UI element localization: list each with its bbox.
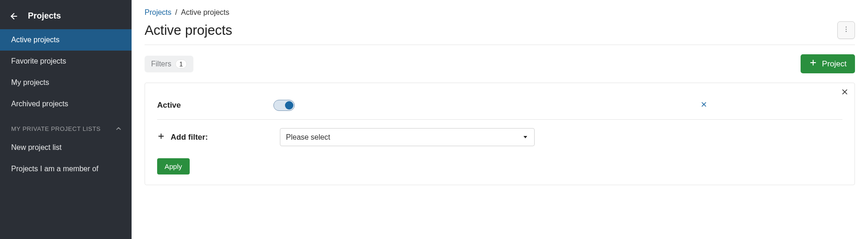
more-actions-button[interactable] xyxy=(837,21,855,39)
panel-body: Active Add filter xyxy=(145,83,855,185)
sidebar-item-favorite-projects[interactable]: Favorite projects xyxy=(0,51,132,72)
main-content: Projects / Active projects Active projec… xyxy=(132,0,868,239)
remove-icon xyxy=(700,102,708,110)
breadcrumb-separator: / xyxy=(175,8,177,17)
project-button-label: Project xyxy=(822,59,847,69)
add-filter-label-group: Add filter: xyxy=(157,132,273,142)
add-filter-text: Add filter: xyxy=(171,133,208,142)
svg-point-2 xyxy=(846,29,847,30)
kebab-icon xyxy=(842,26,850,35)
sidebar-header: Projects xyxy=(0,6,132,29)
breadcrumb-root-link[interactable]: Projects xyxy=(145,8,172,17)
sidebar: Projects Active projects Favorite projec… xyxy=(0,0,132,239)
filter-control-active xyxy=(273,100,700,111)
chevron-up-icon xyxy=(115,125,122,132)
filter-label-active: Active xyxy=(157,101,273,110)
page-title: Active projects xyxy=(145,23,232,38)
breadcrumb-current: Active projects xyxy=(181,8,229,17)
filter-select[interactable]: Please select xyxy=(280,128,535,146)
active-toggle[interactable] xyxy=(273,100,295,111)
page-title-row: Active projects xyxy=(145,21,855,39)
sidebar-section-header[interactable]: MY PRIVATE PROJECT LISTS xyxy=(0,115,132,137)
breadcrumb: Projects / Active projects xyxy=(145,8,855,17)
filter-panel: Active Add filter xyxy=(145,83,855,185)
filters-count: 1 xyxy=(175,59,187,69)
sidebar-item-new-project-list[interactable]: New project list xyxy=(0,137,132,158)
sidebar-item-projects-member-of[interactable]: Projects I am a member of xyxy=(0,158,132,180)
add-filter-row: Add filter: Please select xyxy=(157,120,842,151)
toolbar-row: Filters 1 Project xyxy=(145,45,855,83)
toggle-knob xyxy=(285,101,293,110)
sidebar-section-title: MY PRIVATE PROJECT LISTS xyxy=(11,125,100,132)
sidebar-item-my-projects[interactable]: My projects xyxy=(0,72,132,93)
create-project-button[interactable]: Project xyxy=(801,54,855,73)
close-panel-button[interactable] xyxy=(841,88,849,98)
filters-label: Filters xyxy=(151,60,172,68)
sidebar-item-archived-projects[interactable]: Archived projects xyxy=(0,93,132,115)
close-icon xyxy=(841,90,849,97)
plus-icon xyxy=(809,58,817,69)
filter-select-wrap: Please select xyxy=(280,128,535,146)
back-arrow-icon[interactable] xyxy=(9,12,19,21)
filters-chip[interactable]: Filters 1 xyxy=(145,56,193,72)
sidebar-title: Projects xyxy=(28,11,61,21)
svg-point-3 xyxy=(846,31,847,32)
plus-icon xyxy=(157,132,165,142)
apply-button[interactable]: Apply xyxy=(157,158,190,174)
sidebar-item-active-projects[interactable]: Active projects xyxy=(0,29,132,51)
remove-filter-button[interactable] xyxy=(700,101,842,110)
filter-row-active: Active xyxy=(157,91,842,119)
svg-point-1 xyxy=(846,26,847,27)
